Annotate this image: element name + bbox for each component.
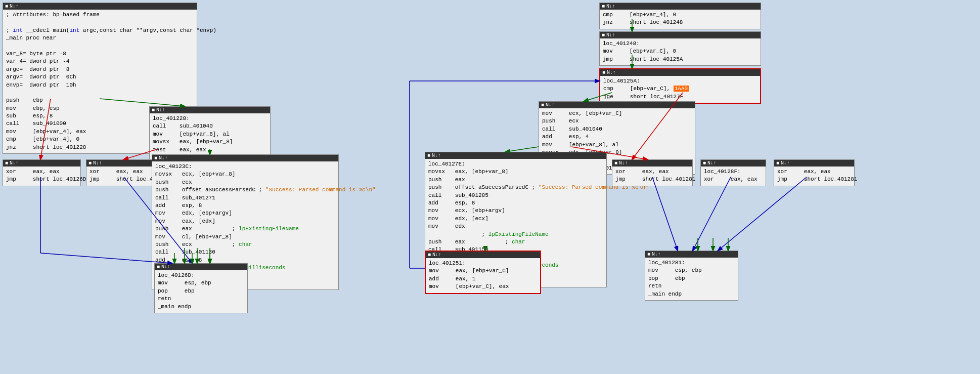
code-line: mov edx [428, 223, 603, 230]
block-label: N↓↑ [606, 4, 615, 9]
code-line: call sub_401285 [428, 192, 603, 199]
block-label: N↓↑ [619, 160, 628, 166]
code-line: xor eax, eax [704, 176, 763, 183]
block-label: N↓↑ [161, 264, 170, 270]
block-loc401248: ■ N↓↑ loc_401248: mov [ebp+var_C], 0 jmp… [599, 31, 761, 66]
code-line: call sub_401130 [155, 248, 335, 256]
svg-line-16 [652, 177, 678, 251]
code-line: loc_401228: [153, 115, 267, 122]
code-line: pop ebp [648, 275, 735, 282]
block-icon: ■ [614, 160, 617, 166]
code-line: xor eax, eax [90, 168, 161, 176]
code-line: push ecx [155, 179, 335, 186]
code-line: loc_40123C: [155, 163, 335, 171]
code-line: ; lpExistingFileName [428, 231, 603, 238]
block-header: ■ N↓↑ [539, 102, 695, 108]
code-line: _main proc near [6, 34, 194, 42]
code-line: envp= dword ptr 10h [6, 81, 194, 89]
code-line: mov [ebp+var_C], 0 [603, 48, 758, 55]
block-right-xor1: ■ N↓↑ xor eax, eax jmp short loc_401281 [612, 159, 693, 186]
code-line: _main endp [158, 303, 244, 311]
code-line: mov esp, ebp [158, 279, 244, 287]
block-icon: ■ [602, 70, 605, 75]
code-line: loc_401248: [603, 40, 758, 48]
code-line: test eax, eax [153, 146, 267, 154]
block-header: ■ N↓↑ [600, 3, 761, 10]
code-line: add esp, 4 [542, 133, 692, 141]
block-icon: ■ [541, 102, 544, 108]
code-line: jmp short loc_401281 [615, 176, 689, 183]
block-icon: ■ [157, 264, 160, 270]
code-line: push offset aSuccessParsedC ; "Success: … [428, 184, 603, 191]
code-line: mov [ebp+var_8], al [153, 131, 267, 138]
code-line: pop ebp [158, 287, 244, 295]
code-line: jmp short loc_401281 [777, 176, 851, 183]
code-line: jnz short loc_401248 [603, 19, 758, 26]
block-loc40125a: ■ N↓↑ loc_40125A: cmp [ebp+var_C], 1AA0 … [599, 68, 761, 104]
code-line: mov edx, [ebp+argv] [155, 210, 335, 217]
block-header: ■ N↓↑ [425, 152, 606, 159]
block-icon: ■ [88, 160, 92, 166]
block-header: ■ N↓↑ [426, 252, 540, 258]
code-line: mov cl, [ebp+var_8] [155, 233, 335, 241]
code-line: call sub_401271 [155, 194, 335, 202]
code-line: push eax ; char [428, 238, 603, 246]
code-line: mov eax, [ebp+var_C] [429, 267, 537, 275]
code-line: loc_401281: [648, 259, 735, 267]
code-line: push ecx [542, 117, 692, 125]
code-line: _main endp [648, 290, 735, 298]
block-icon: ■ [5, 160, 8, 166]
code-line: jmp short loc_40126D [90, 176, 161, 183]
code-line: push eax [428, 176, 603, 184]
block-icon: ■ [5, 4, 8, 9]
code-line: mov ecx, [ebp+argv] [428, 207, 603, 215]
block-label: N↓↑ [606, 32, 615, 38]
block-icon: ■ [152, 107, 155, 113]
block-header: ■ N↓↑ [600, 32, 761, 38]
code-line: call sub_401040 [153, 122, 267, 130]
block-label: N↓↑ [707, 160, 717, 166]
code-line: argc= dword ptr 8 [6, 66, 194, 73]
block-header: ■ N↓↑ [155, 264, 247, 270]
code-line: call sub_401040 [542, 126, 692, 133]
block-loc40126d: ■ N↓↑ loc_40126D: mov esp, ebp pop ebp r… [154, 263, 248, 313]
code-line: xor eax, eax [6, 168, 77, 176]
block-icon: ■ [154, 155, 157, 161]
code-line: xor eax, eax [777, 168, 851, 176]
code-line: push ecx ; char [155, 241, 335, 248]
code-line: var_8= byte ptr -8 [6, 50, 194, 58]
block-icon: ■ [703, 160, 706, 166]
code-line: loc_40127E: [428, 160, 603, 168]
code-line: retn [158, 295, 244, 303]
code-line: mov ecx, [ebp+var_C] [542, 110, 692, 117]
block-label: N↓↑ [432, 153, 441, 158]
block-header: ■ N↓↑ [701, 160, 766, 167]
block-loc40128f: ■ N↓↑ loc_40128F: xor eax, eax [700, 159, 766, 186]
block-label: N↓↑ [159, 155, 168, 161]
block-xor1-left: ■ N↓↑ xor eax, eax jmp short loc_40126D [3, 159, 81, 186]
block-icon: ■ [428, 252, 431, 258]
code-line: jmp short loc_40126D [6, 176, 77, 183]
code-line: ; Attributes: bp-based frame [6, 11, 194, 19]
code-line: cmp [ebp+var_C], 1AA0 [603, 85, 757, 93]
code-line: mov edx, [ecx] [428, 215, 603, 223]
block-header: ■ N↓↑ [152, 155, 338, 161]
code-line: var_4= dword ptr -4 [6, 58, 194, 65]
svg-line-17 [693, 177, 731, 251]
code-line: push eax ; lpExistingFileName [155, 225, 335, 233]
code-line [6, 19, 194, 26]
block-header: ■ N↓↑ [3, 160, 80, 167]
block-label: N↓↑ [432, 252, 441, 258]
block-icon: ■ [602, 4, 605, 9]
block-icon: ■ [776, 160, 779, 166]
code-line [6, 89, 194, 97]
code-line: add eax, 1 [429, 275, 537, 283]
block-label: N↓↑ [607, 70, 616, 75]
block-label: N↓↑ [781, 160, 790, 166]
code-line: loc_401251: [429, 260, 537, 267]
code-line: mov [ebp+var_8], al [542, 141, 692, 149]
block-header: ■ N↓↑ [600, 69, 760, 76]
code-line: cmp [ebp+var_4], 0 [603, 11, 758, 19]
block-label: N↓↑ [93, 160, 102, 166]
code-line: jge short loc_40127F [603, 93, 757, 101]
